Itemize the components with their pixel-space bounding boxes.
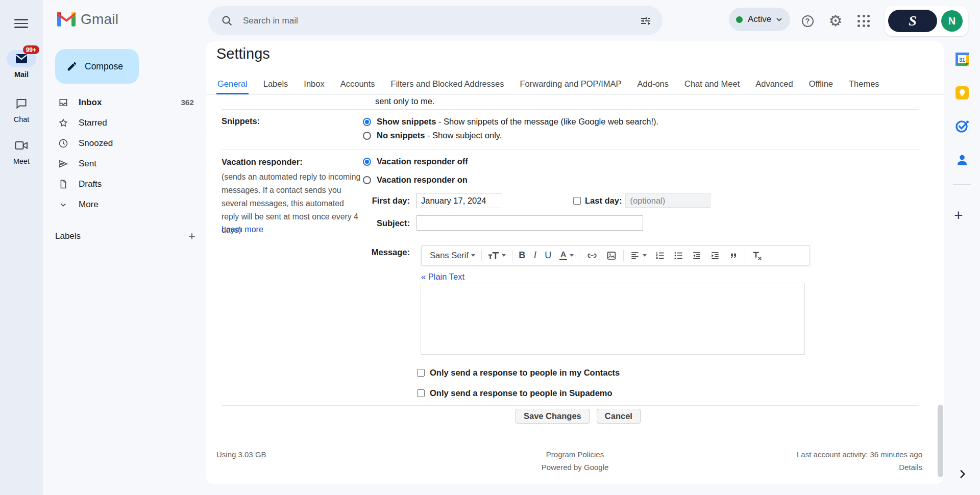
bold-button[interactable]: B [514, 248, 529, 263]
plain-text-link[interactable]: « Plain Text [421, 272, 464, 282]
sidebar-item-sent[interactable]: Sent [49, 154, 202, 174]
font-size-button[interactable] [484, 248, 510, 263]
last-day-checkbox[interactable] [573, 197, 581, 205]
cancel-button[interactable]: Cancel [597, 409, 641, 424]
no-snippets-option[interactable]: No snippets - Show subject only. [363, 131, 502, 140]
numbered-list-button[interactable] [651, 248, 669, 263]
search-options-icon[interactable] [634, 9, 657, 33]
tab-general[interactable]: General [216, 75, 249, 94]
show-side-panel-icon[interactable] [959, 469, 967, 479]
underline-button[interactable]: U [541, 248, 555, 263]
section-divider [222, 405, 919, 406]
contacts-checkbox[interactable] [417, 369, 425, 377]
create-label-button[interactable] [186, 230, 198, 242]
pencil-icon [66, 61, 78, 72]
settings-panel: Settings General Labels Inbox Accounts F… [206, 41, 944, 484]
save-changes-button[interactable]: Save Changes [516, 409, 590, 424]
italic-button[interactable]: I [529, 248, 541, 263]
radio-unselected-icon[interactable] [363, 176, 371, 184]
sidebar-nav: Inbox 362 Starred Snoozed Sent Drafts [49, 92, 202, 215]
sidebar-item-starred[interactable]: Starred [49, 113, 202, 133]
learn-more-link[interactable]: Learn more [222, 225, 263, 234]
vacation-row-label: Vacation responder: [222, 157, 303, 167]
contacts-only-option[interactable]: Only send a response to people in my Con… [417, 368, 620, 378]
text-color-button[interactable]: A [555, 248, 578, 263]
status-chip[interactable]: Active [729, 8, 790, 31]
sidebar-item-snoozed[interactable]: Snoozed [49, 133, 202, 154]
help-icon[interactable]: ? [796, 9, 819, 33]
last-day-input[interactable] [625, 193, 710, 208]
vacation-off-option[interactable]: Vacation responder off [363, 157, 468, 166]
rail-item-chat[interactable]: Chat [0, 95, 43, 123]
compose-button[interactable]: Compose [55, 49, 139, 84]
indent-more-button[interactable] [706, 248, 724, 263]
scrollbar-thumb[interactable] [938, 405, 943, 477]
subject-label: Subject: [363, 218, 410, 228]
tab-addons[interactable]: Add-ons [636, 75, 670, 94]
meet-pill[interactable] [7, 137, 36, 154]
compose-label: Compose [85, 61, 123, 72]
status-dot-icon [736, 16, 743, 23]
option-text: No snippets - Show subject only. [377, 131, 502, 140]
sidebar-item-more[interactable]: More [49, 194, 202, 215]
remove-formatting-button[interactable] [747, 248, 767, 263]
tab-inbox[interactable]: Inbox [303, 75, 325, 94]
quote-button[interactable] [724, 248, 743, 263]
tab-forwarding[interactable]: Forwarding and POP/IMAP [519, 75, 623, 94]
vacation-on-option[interactable]: Vacation responder on [363, 175, 468, 185]
tab-chat-and-meet[interactable]: Chat and Meet [683, 75, 741, 94]
account-avatar[interactable]: N [941, 10, 963, 32]
font-family-select[interactable]: Sans Serif [426, 248, 479, 263]
search-bar[interactable] [208, 6, 663, 35]
sidebar-item-label: Drafts [79, 179, 194, 189]
sidebar-item-inbox[interactable]: Inbox 362 [49, 92, 202, 113]
tab-accounts[interactable]: Accounts [339, 75, 376, 94]
align-button[interactable] [626, 248, 651, 263]
tab-filters[interactable]: Filters and Blocked Addresses [390, 75, 505, 94]
domain-checkbox-label: Only send a response to people in Supade… [430, 388, 612, 398]
calendar-icon[interactable]: 31 [954, 51, 970, 67]
text-color-icon: A [559, 251, 567, 260]
sidebar-item-drafts[interactable]: Drafts [49, 174, 202, 194]
keep-icon[interactable] [954, 85, 970, 101]
settings-gear-icon[interactable]: ⚙ [824, 9, 847, 33]
tab-advanced[interactable]: Advanced [754, 75, 794, 94]
contacts-icon[interactable] [954, 152, 970, 168]
radio-unselected-icon[interactable] [363, 132, 371, 140]
toolbar-divider [745, 250, 745, 261]
first-day-input[interactable] [416, 193, 502, 208]
mail-pill[interactable]: 99+ [7, 50, 36, 67]
tab-themes[interactable]: Themes [848, 75, 880, 94]
show-snippets-option[interactable]: Show snippets - Show snippets of the mes… [363, 117, 658, 127]
get-addons-button[interactable]: + [954, 208, 963, 223]
radio-selected-icon[interactable] [363, 158, 371, 166]
bulleted-list-button[interactable] [669, 248, 688, 263]
vacation-message-textarea[interactable] [421, 283, 805, 355]
section-divider [222, 109, 919, 110]
rail-item-mail[interactable]: 99+ Mail [0, 50, 43, 79]
domain-checkbox[interactable] [417, 389, 425, 397]
insert-link-button[interactable] [582, 248, 602, 263]
subject-input[interactable] [416, 215, 643, 231]
indent-less-button[interactable] [688, 248, 706, 263]
inbox-icon [58, 97, 68, 108]
main-menu-button[interactable] [12, 14, 31, 30]
send-icon [58, 159, 68, 169]
section-divider [222, 150, 919, 150]
details-link[interactable]: Details [899, 463, 922, 472]
search-icon[interactable] [215, 9, 239, 33]
chevron-down-icon [471, 254, 475, 257]
last-day-label: Last day: [585, 196, 622, 206]
domain-only-option[interactable]: Only send a response to people in Supade… [417, 388, 612, 398]
chat-pill[interactable] [7, 95, 36, 112]
google-apps-icon[interactable] [852, 9, 875, 33]
rail-item-meet[interactable]: Meet [0, 137, 43, 165]
insert-image-button[interactable] [602, 248, 621, 263]
labels-title: Labels [55, 231, 186, 241]
radio-selected-icon[interactable] [363, 118, 371, 126]
tab-labels[interactable]: Labels [262, 75, 289, 94]
tab-offline[interactable]: Offline [808, 75, 834, 94]
search-input[interactable] [239, 16, 634, 26]
tasks-icon[interactable] [954, 118, 970, 134]
sidebar-item-label: Starred [79, 118, 194, 128]
